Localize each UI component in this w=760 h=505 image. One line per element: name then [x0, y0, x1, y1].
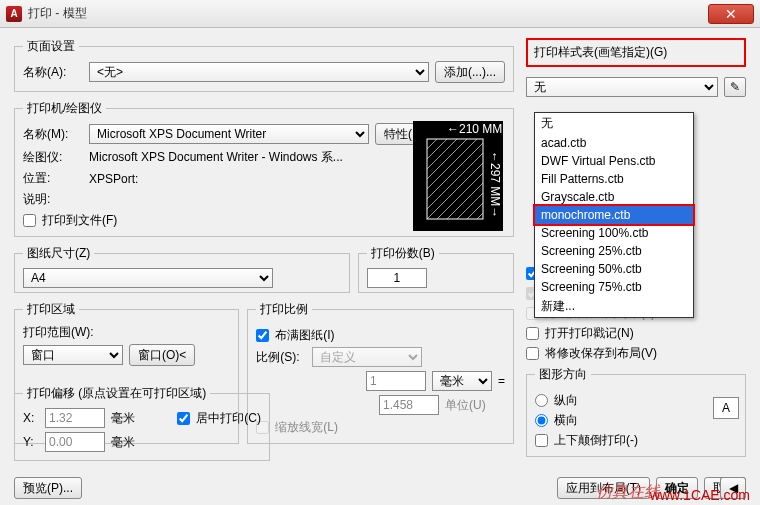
portrait-radio[interactable] — [535, 394, 548, 407]
plot-range-label: 打印范围(W): — [23, 324, 230, 341]
window-title: 打印 - 模型 — [28, 5, 708, 22]
plot-offset-group: 打印偏移 (原点设置在可打印区域) X: 毫米 居中打印(C) Y: 毫米 — [14, 385, 270, 461]
offset-x-input — [45, 408, 105, 428]
orientation-legend: 图形方向 — [535, 366, 591, 383]
scale-ratio-label: 比例(S): — [256, 349, 306, 366]
save-changes-label: 将修改保存到布局(V) — [545, 345, 657, 362]
offset-y-input — [45, 432, 105, 452]
plot-scale-group: 打印比例 布满图纸(I) 比例(S): 自定义 毫米 = 单位(U) 缩放线宽(… — [247, 301, 514, 444]
paper-size-combo[interactable]: A4 — [23, 268, 273, 288]
plot-style-table-group: 打印样式表(画笔指定)(G) — [526, 38, 746, 67]
printer-group: 打印机/绘图仪 名称(M): Microsoft XPS Document Wr… — [14, 100, 514, 237]
plot-to-file-label: 打印到文件(F) — [42, 212, 117, 229]
scale-lineweight-label: 缩放线宽(L) — [275, 419, 338, 436]
upside-down-checkbox[interactable] — [535, 434, 548, 447]
upside-down-label: 上下颠倒打印(-) — [554, 432, 638, 449]
page-setup-add-button[interactable]: 添加(...)... — [435, 61, 505, 83]
dropdown-item[interactable]: acad.ctb — [535, 134, 693, 152]
paper-width-text: ←210 MM→ — [447, 122, 503, 136]
plotter-value: Microsoft XPS Document Writer - Windows … — [89, 149, 343, 166]
preview-button[interactable]: 预览(P)... — [14, 477, 82, 499]
copies-group: 打印份数(B) — [358, 245, 514, 293]
plot-stamp-label: 打开打印戳记(N) — [545, 325, 634, 342]
scale-mm2-input — [379, 395, 439, 415]
page-setup-legend: 页面设置 — [23, 38, 79, 55]
offset-x-unit: 毫米 — [111, 410, 135, 427]
plot-stamp-checkbox[interactable] — [526, 327, 539, 340]
scale-unit-combo[interactable]: 毫米 — [432, 371, 492, 391]
plot-offset-legend: 打印偏移 (原点设置在可打印区域) — [23, 385, 210, 402]
plotter-label: 绘图仪: — [23, 149, 83, 166]
location-value: XPSPort: — [89, 172, 138, 186]
dropdown-item[interactable]: Screening 75%.ctb — [535, 278, 693, 296]
apply-to-layout-button[interactable]: 应用到布局(T) — [557, 477, 650, 499]
dropdown-item[interactable]: 无 — [535, 113, 693, 134]
paper-height-text: ←297 MM→ — [488, 151, 502, 218]
scale-unit2-label: 单位(U) — [445, 397, 505, 414]
ok-button[interactable]: 确定 — [656, 477, 698, 499]
paper-size-legend: 图纸尺寸(Z) — [23, 245, 94, 262]
copies-legend: 打印份数(B) — [367, 245, 439, 262]
printer-legend: 打印机/绘图仪 — [23, 100, 106, 117]
app-icon: A — [6, 6, 22, 22]
fit-to-paper-checkbox[interactable] — [256, 329, 269, 342]
scale-ratio-combo: 自定义 — [312, 347, 422, 367]
dropdown-item[interactable]: DWF Virtual Pens.ctb — [535, 152, 693, 170]
close-button[interactable]: ✕ — [708, 4, 754, 24]
scale-mm1-input — [366, 371, 426, 391]
dropdown-item[interactable]: Screening 50%.ctb — [535, 260, 693, 278]
plot-style-dropdown-list[interactable]: 无 acad.ctb DWF Virtual Pens.ctb Fill Pat… — [534, 112, 694, 318]
collapse-button[interactable]: ◀ — [720, 477, 746, 499]
paper-preview: ←210 MM→ ←297 MM→ — [413, 121, 503, 231]
plot-to-file-checkbox[interactable] — [23, 214, 36, 227]
page-setup-name-label: 名称(A): — [23, 64, 83, 81]
offset-y-unit: 毫米 — [111, 434, 135, 451]
orientation-group: 图形方向 纵向 横向 上下颠倒打印(-) A — [526, 366, 746, 457]
window-pick-button[interactable]: 窗口(O)< — [129, 344, 195, 366]
page-setup-group: 页面设置 名称(A): <无> 添加(...)... — [14, 38, 514, 92]
dialog-footer: 预览(P)... 应用到布局(T) 确定 取消 ? ◀ — [14, 477, 746, 499]
description-label: 说明: — [23, 191, 83, 208]
location-label: 位置: — [23, 170, 83, 187]
printer-name-label: 名称(M): — [23, 126, 83, 143]
landscape-radio[interactable] — [535, 414, 548, 427]
dropdown-item[interactable]: Screening 100%.ctb — [535, 224, 693, 242]
center-plot-label: 居中打印(C) — [196, 410, 261, 427]
titlebar: A 打印 - 模型 ✕ — [0, 0, 760, 28]
offset-y-label: Y: — [23, 435, 39, 449]
dropdown-item-selected[interactable]: monochrome.ctb — [535, 206, 693, 224]
copies-input[interactable] — [367, 268, 427, 288]
dropdown-item[interactable]: Screening 25%.ctb — [535, 242, 693, 260]
plot-range-combo[interactable]: 窗口 — [23, 345, 123, 365]
dropdown-item[interactable]: Fill Patterns.ctb — [535, 170, 693, 188]
plot-scale-legend: 打印比例 — [256, 301, 312, 318]
plot-style-table-combo[interactable]: 无 — [526, 77, 718, 97]
dropdown-item[interactable]: 新建... — [535, 296, 693, 317]
page-setup-name-combo[interactable]: <无> — [89, 62, 429, 82]
plot-area-legend: 打印区域 — [23, 301, 79, 318]
paper-size-group: 图纸尺寸(Z) A4 — [14, 245, 350, 293]
center-plot-checkbox[interactable] — [177, 412, 190, 425]
save-changes-checkbox[interactable] — [526, 347, 539, 360]
fit-to-paper-label: 布满图纸(I) — [275, 327, 334, 344]
orientation-icon: A — [713, 397, 739, 419]
landscape-label: 横向 — [554, 412, 578, 429]
plot-style-table-legend: 打印样式表(画笔指定)(G) — [534, 45, 667, 59]
plot-style-edit-button[interactable]: ✎ — [724, 77, 746, 97]
portrait-label: 纵向 — [554, 392, 578, 409]
offset-x-label: X: — [23, 411, 39, 425]
equals-label: = — [498, 374, 505, 388]
printer-name-combo[interactable]: Microsoft XPS Document Writer — [89, 124, 369, 144]
